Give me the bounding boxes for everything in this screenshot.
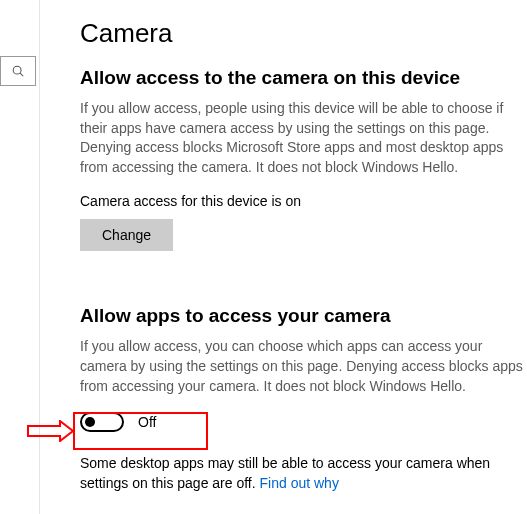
desktop-apps-footnote: Some desktop apps may still be able to a… bbox=[80, 454, 527, 493]
app-access-description: If you allow access, you can choose whic… bbox=[80, 337, 527, 396]
section-heading-device: Allow access to the camera on this devic… bbox=[80, 67, 527, 89]
toggle-state-label: Off bbox=[138, 414, 156, 430]
section-heading-apps: Allow apps to access your camera bbox=[80, 305, 527, 327]
search-input[interactable] bbox=[0, 56, 36, 86]
svg-line-1 bbox=[20, 73, 23, 76]
section-device-access: Allow access to the camera on this devic… bbox=[80, 67, 527, 251]
content-area: Camera Allow access to the camera on thi… bbox=[80, 0, 527, 493]
left-rail bbox=[0, 0, 40, 514]
app-access-toggle[interactable] bbox=[80, 412, 124, 432]
page-title: Camera bbox=[80, 18, 527, 49]
find-out-why-link[interactable]: Find out why bbox=[260, 475, 339, 491]
section-app-access: Allow apps to access your camera If you … bbox=[80, 305, 527, 493]
device-access-status: Camera access for this device is on bbox=[80, 193, 527, 209]
search-icon bbox=[11, 64, 25, 78]
app-access-toggle-row: Off bbox=[80, 412, 527, 432]
svg-point-0 bbox=[13, 66, 21, 74]
change-button[interactable]: Change bbox=[80, 219, 173, 251]
device-access-description: If you allow access, people using this d… bbox=[80, 99, 527, 177]
